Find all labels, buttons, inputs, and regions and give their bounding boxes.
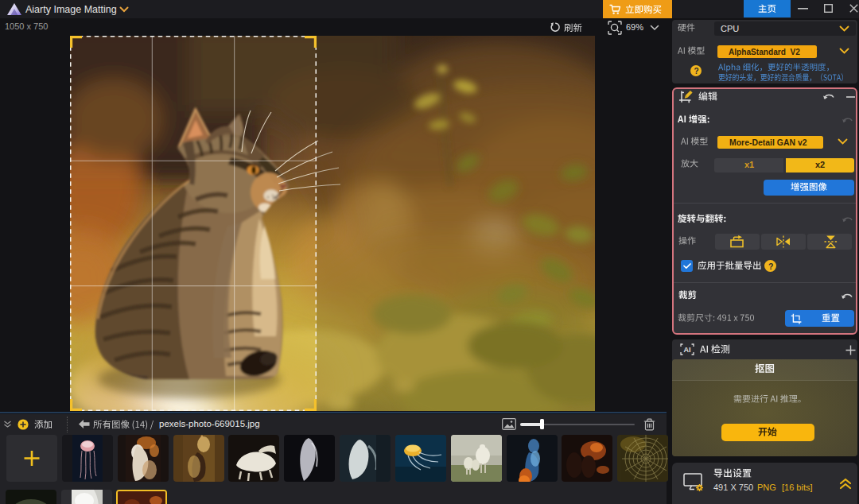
- svg-text:AI: AI: [684, 346, 691, 354]
